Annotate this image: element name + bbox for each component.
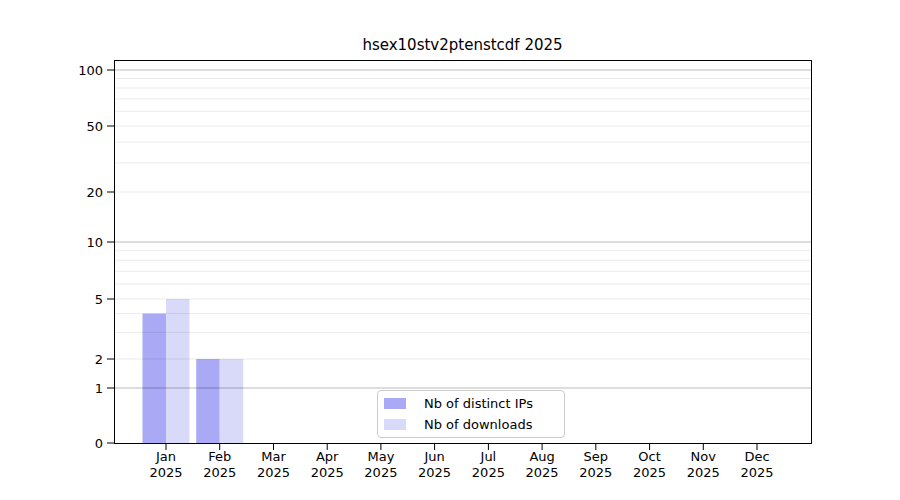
y-tick-label: 5 <box>95 292 103 307</box>
x-tick-label-month: Dec <box>744 449 769 464</box>
y-tick-label: 20 <box>86 185 103 200</box>
bar-downloads-jan <box>166 299 190 443</box>
x-tick-label-month: Oct <box>638 449 660 464</box>
x-tick-label-month: Jun <box>423 449 444 464</box>
legend-item-downloads: Nb of downloads <box>384 416 564 433</box>
x-tick-label-month: Jan <box>155 449 176 464</box>
x-tick-label-year: 2025 <box>203 465 236 480</box>
legend-item-distinct-ips: Nb of distinct IPs <box>384 395 564 412</box>
y-tick-label: 1 <box>95 381 103 396</box>
legend-swatch-distinct-ips <box>384 398 406 409</box>
x-tick-label-year: 2025 <box>579 465 612 480</box>
x-tick-label-month: Aug <box>529 449 554 464</box>
x-tick-label-month: May <box>367 449 394 464</box>
x-tick-label-year: 2025 <box>311 465 344 480</box>
x-tick-label-month: Apr <box>316 449 339 464</box>
legend: Nb of distinct IPs Nb of downloads <box>377 390 565 438</box>
x-tick-label-year: 2025 <box>364 465 397 480</box>
y-tick-label: 2 <box>95 352 103 367</box>
x-tick-label-year: 2025 <box>472 465 505 480</box>
x-tick-label-year: 2025 <box>257 465 290 480</box>
x-tick-label-year: 2025 <box>740 465 773 480</box>
x-tick-label-month: Feb <box>208 449 231 464</box>
x-tick-label-month: Nov <box>691 449 717 464</box>
y-tick-label: 50 <box>86 119 103 134</box>
y-tick-label: 10 <box>86 235 103 250</box>
x-tick-label-year: 2025 <box>687 465 720 480</box>
legend-label-distinct-ips: Nb of distinct IPs <box>424 397 533 410</box>
legend-swatch-downloads <box>384 419 406 430</box>
x-tick-label-year: 2025 <box>418 465 451 480</box>
x-tick-label-year: 2025 <box>526 465 559 480</box>
bar-distinct-ips-feb <box>196 359 220 443</box>
y-tick-label: 100 <box>78 63 103 78</box>
x-tick-label-year: 2025 <box>149 465 182 480</box>
x-tick-label-year: 2025 <box>633 465 666 480</box>
chart-figure: hsex10stv2ptenstcdf 2025 0125102050100Ja… <box>0 0 900 500</box>
bar-distinct-ips-jan <box>143 314 167 443</box>
legend-label-downloads: Nb of downloads <box>424 418 532 431</box>
y-tick-label: 0 <box>95 436 103 451</box>
x-tick-label-month: Sep <box>584 449 609 464</box>
bar-downloads-feb <box>220 359 244 443</box>
x-tick-label-month: Mar <box>261 449 286 464</box>
x-tick-label-month: Jul <box>480 449 497 464</box>
